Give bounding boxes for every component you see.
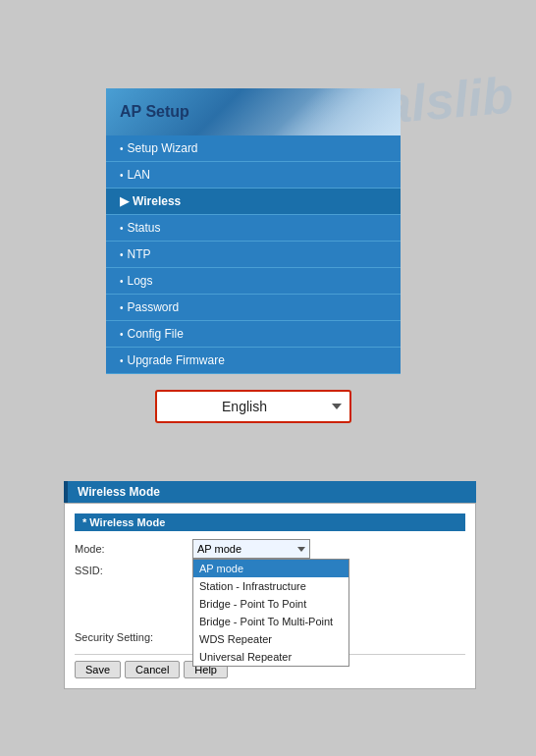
mode-option-bridge-p2mp[interactable]: Bridge - Point To Multi-Point (193, 613, 348, 630)
nav-label-password: Password (128, 300, 180, 314)
mode-option-universal[interactable]: Universal Repeater (193, 648, 348, 666)
bullet-icon: • (120, 249, 124, 260)
save-button[interactable]: Save (75, 661, 121, 678)
ap-setup-header: AP Setup (106, 88, 401, 135)
mode-label: Mode: (75, 543, 192, 555)
mode-option-bridge-p2p[interactable]: Bridge - Point To Point (193, 595, 348, 613)
language-select-wrapper[interactable]: English (155, 390, 351, 423)
bottom-section: Wireless Mode * Wireless Mode Mode: AP m… (64, 481, 476, 689)
nav-item-lan[interactable]: • LAN (106, 162, 401, 189)
mode-dropdown-open: AP mode Station - Infrastructure Bridge … (192, 559, 349, 667)
security-label: Security Setting: (75, 631, 192, 643)
arrow-icon: ▶ (120, 194, 129, 208)
language-section: English (106, 390, 401, 423)
nav-label-logs: Logs (128, 274, 153, 288)
ssid-main-label: SSID: (75, 565, 192, 576)
nav-item-password[interactable]: • Password (106, 295, 401, 321)
mode-selected-value: AP mode (197, 543, 241, 555)
nav-item-status[interactable]: • Status (106, 215, 401, 242)
top-section: AP Setup • Setup Wizard • LAN ▶ Wireless… (106, 88, 401, 423)
mode-dropdown-container: AP mode AP mode Station - Infrastructure (192, 539, 310, 559)
nav-label-wireless: Wireless (133, 194, 181, 208)
mode-dropdown-arrow-icon (297, 547, 305, 552)
nav-item-ntp[interactable]: • NTP (106, 242, 401, 268)
nav-item-upgrade-firmware[interactable]: • Upgrade Firmware (106, 348, 401, 374)
wireless-mode-box: * Wireless Mode Mode: AP mode AP mode (64, 503, 476, 689)
nav-item-wireless[interactable]: ▶ Wireless (106, 189, 401, 215)
mode-control-area: AP mode AP mode Station - Infrastructure (192, 539, 465, 559)
mode-option-wds[interactable]: WDS Repeater (193, 630, 348, 648)
bullet-icon: • (120, 329, 124, 340)
language-dropdown-arrow-icon (332, 404, 342, 409)
mode-option-station[interactable]: Station - Infrastructure (193, 577, 348, 595)
bullet-icon: • (120, 355, 124, 366)
bullet-icon: • (120, 276, 124, 287)
nav-label-config-file: Config File (128, 327, 184, 341)
wireless-mode-title: Wireless Mode (78, 485, 160, 499)
wireless-mode-section-header: * Wireless Mode (75, 513, 465, 531)
mode-option-ap[interactable]: AP mode (193, 560, 348, 577)
bullet-icon: • (120, 302, 124, 313)
nav-label-lan: LAN (128, 168, 150, 182)
nav-label-ntp: NTP (128, 247, 151, 261)
bullet-icon: • (120, 223, 124, 234)
bullet-icon: • (120, 143, 124, 154)
bullet-icon: • (120, 170, 124, 181)
mode-row: Mode: AP mode AP mode (75, 539, 465, 559)
ap-setup-title: AP Setup (120, 103, 189, 121)
nav-item-setup-wizard[interactable]: • Setup Wizard (106, 135, 401, 162)
nav-item-config-file[interactable]: • Config File (106, 321, 401, 348)
wireless-mode-title-bar: Wireless Mode (64, 481, 476, 503)
page-wrapper: manualslib .com AP Setup • Setup Wizard … (0, 0, 536, 756)
nav-item-logs[interactable]: • Logs (106, 268, 401, 295)
cancel-button[interactable]: Cancel (125, 661, 180, 678)
nav-label-status: Status (128, 221, 161, 235)
nav-label-upgrade-firmware: Upgrade Firmware (128, 353, 225, 367)
mode-select-field[interactable]: AP mode (192, 539, 310, 559)
language-select-text: English (165, 399, 324, 414)
nav-label-setup-wizard: Setup Wizard (128, 141, 198, 155)
nav-menu: • Setup Wizard • LAN ▶ Wireless • Status… (106, 135, 401, 374)
